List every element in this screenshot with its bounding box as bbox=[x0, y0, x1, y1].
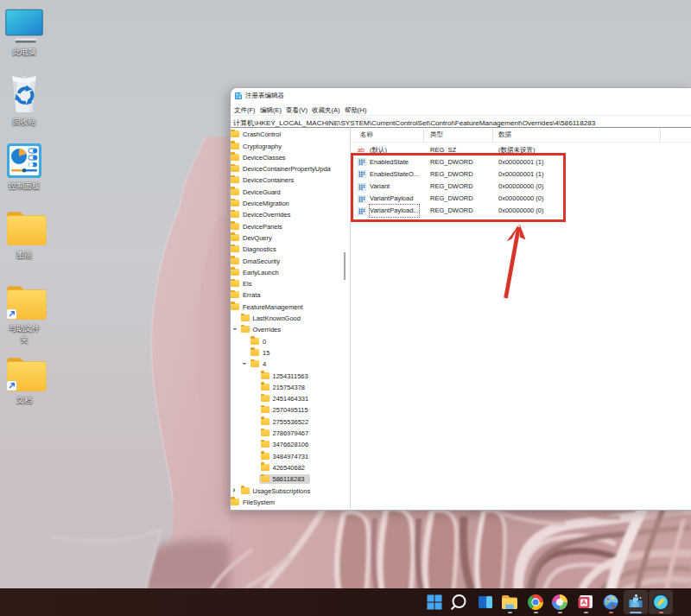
svg-text:ab: ab bbox=[358, 147, 365, 153]
